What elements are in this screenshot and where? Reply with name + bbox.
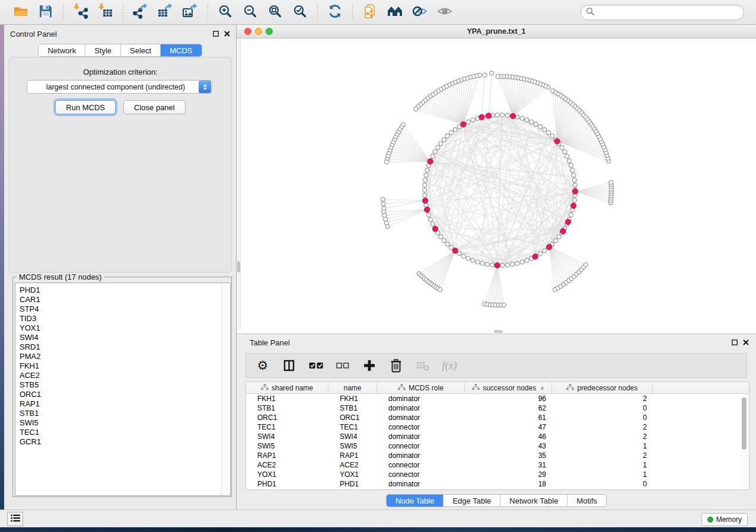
table-vertical-scrollbar[interactable] <box>741 395 748 489</box>
scrollbar-thumb[interactable] <box>742 398 747 450</box>
network-node[interactable] <box>423 183 427 187</box>
export-network-button[interactable] <box>130 2 151 23</box>
mcds-result-item[interactable]: TEC1 <box>20 428 230 437</box>
tab-style[interactable]: Style <box>85 44 121 56</box>
network-node[interactable] <box>442 239 446 243</box>
mcds-result-item[interactable]: SWI5 <box>20 418 230 428</box>
network-node[interactable] <box>490 71 494 75</box>
network-horizontal-scrollbar[interactable] <box>241 329 756 334</box>
network-node[interactable] <box>490 263 495 267</box>
mcds-result-item[interactable]: STB1 <box>20 409 230 418</box>
network-hub-node[interactable] <box>495 262 500 268</box>
network-node[interactable] <box>485 262 489 267</box>
network-node[interactable] <box>424 173 428 177</box>
network-node[interactable] <box>414 107 418 111</box>
network-node[interactable] <box>525 258 529 262</box>
network-node[interactable] <box>572 178 576 182</box>
network-node[interactable] <box>511 262 515 267</box>
export-table-button[interactable] <box>155 2 176 23</box>
network-hub-node[interactable] <box>560 229 566 234</box>
mcds-result-item[interactable]: PHD1 <box>20 286 230 295</box>
network-node[interactable] <box>515 261 519 265</box>
network-node[interactable] <box>384 160 388 164</box>
table-row[interactable]: SWI4SWI4dominator462 <box>246 432 749 441</box>
network-hub-node[interactable] <box>547 244 552 249</box>
network-node[interactable] <box>483 73 487 77</box>
run-mcds-button[interactable]: Run MCDS <box>55 100 116 114</box>
network-node[interactable] <box>609 180 613 184</box>
network-node[interactable] <box>500 263 505 267</box>
network-node[interactable] <box>565 154 569 158</box>
network-node[interactable] <box>520 116 524 120</box>
list-scrollbar[interactable] <box>221 284 229 496</box>
select-all-columns-button[interactable] <box>309 357 323 374</box>
network-node[interactable] <box>429 217 433 222</box>
network-node[interactable] <box>438 287 442 291</box>
criterion-dropdown[interactable]: largest connected component (undirected) <box>27 80 212 94</box>
network-node[interactable] <box>505 113 509 117</box>
network-node[interactable] <box>563 150 567 154</box>
export-image-button[interactable] <box>180 2 200 23</box>
column-header-name[interactable]: name <box>328 382 377 393</box>
network-file-button[interactable] <box>360 2 380 23</box>
hide-eye-button[interactable] <box>410 2 430 23</box>
network-node[interactable] <box>554 239 558 243</box>
mcds-result-item[interactable]: YOX1 <box>20 323 230 333</box>
network-node[interactable] <box>381 197 385 201</box>
network-node[interactable] <box>385 225 390 229</box>
table-row[interactable]: YOX1YOX1connector291 <box>246 470 749 479</box>
column-header-successor-nodes[interactable]: successor nodes∨ <box>465 382 552 393</box>
network-hub-node[interactable] <box>461 121 466 127</box>
show-eye-button[interactable] <box>435 2 455 23</box>
network-node[interactable] <box>502 303 506 307</box>
memory-button[interactable]: Memory <box>701 513 748 526</box>
search-input[interactable] <box>594 7 739 18</box>
table-settings-button[interactable]: ⚙ <box>256 357 270 374</box>
search-box[interactable] <box>580 5 744 20</box>
tab-node-table[interactable]: Node Table <box>387 495 444 507</box>
zoom-out-button[interactable] <box>240 2 260 23</box>
network-hub-node[interactable] <box>423 198 428 203</box>
network-node[interactable] <box>466 257 470 261</box>
deselect-all-columns-button[interactable] <box>336 357 350 374</box>
find-houses-button[interactable] <box>385 2 405 23</box>
table-row[interactable]: FKH1FKH1dominator962 <box>246 394 749 403</box>
network-node[interactable] <box>538 251 543 255</box>
network-node[interactable] <box>525 118 529 122</box>
mcds-result-item[interactable]: TID3 <box>20 314 230 323</box>
network-hub-node[interactable] <box>486 113 492 118</box>
network-node[interactable] <box>430 222 435 226</box>
mcds-result-item[interactable]: FKH1 <box>20 361 230 371</box>
network-node[interactable] <box>471 118 475 122</box>
table-row[interactable]: SWI5SWI5connector431 <box>246 441 749 451</box>
network-hub-node[interactable] <box>511 113 516 118</box>
network-node[interactable] <box>534 122 538 126</box>
scrollbar-thumb[interactable] <box>494 330 503 333</box>
network-node[interactable] <box>543 249 547 253</box>
close-panel-icon[interactable] <box>224 31 230 37</box>
network-hub-node[interactable] <box>571 203 576 209</box>
network-node[interactable] <box>457 251 461 255</box>
mcds-result-item[interactable]: ACE2 <box>20 371 230 380</box>
mcds-result-item[interactable]: CAR1 <box>20 295 230 305</box>
network-hub-node[interactable] <box>425 207 430 212</box>
task-history-button[interactable] <box>7 512 23 526</box>
network-node[interactable] <box>557 235 561 239</box>
network-node[interactable] <box>461 254 465 258</box>
network-node[interactable] <box>583 262 588 267</box>
tab-select[interactable]: Select <box>121 44 161 56</box>
network-canvas[interactable] <box>241 39 756 329</box>
network-node[interactable] <box>500 113 505 117</box>
network-node[interactable] <box>569 164 573 168</box>
mcds-result-item[interactable]: SRD1 <box>20 342 230 352</box>
network-hub-node[interactable] <box>452 248 458 254</box>
mcds-result-item[interactable]: PMA2 <box>20 352 230 361</box>
mcds-result-item[interactable]: ORC1 <box>20 390 230 399</box>
network-node[interactable] <box>471 258 475 262</box>
network-node[interactable] <box>433 150 437 154</box>
delete-column-button[interactable] <box>389 357 403 374</box>
float-panel-icon[interactable] <box>731 339 738 346</box>
network-node[interactable] <box>572 198 576 202</box>
add-column-button[interactable] <box>362 357 377 374</box>
network-graph[interactable] <box>241 39 756 329</box>
